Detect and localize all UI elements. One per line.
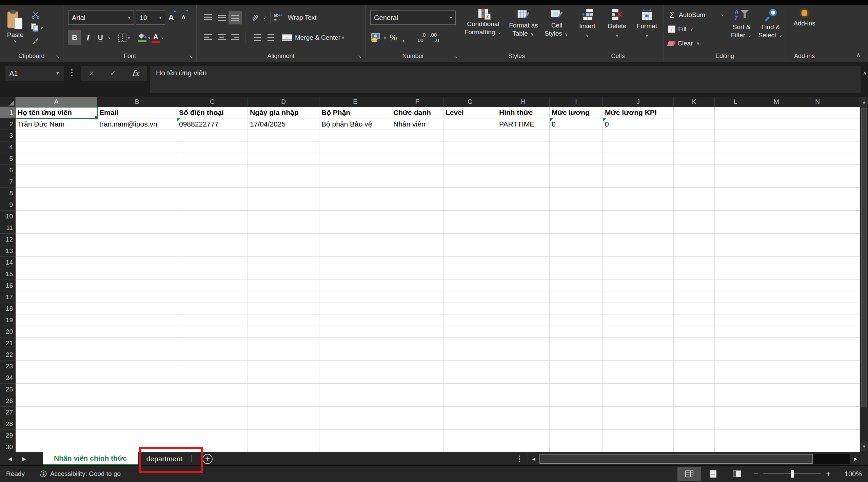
cell-H26[interactable]: [497, 395, 550, 407]
cell-M8[interactable]: [756, 188, 797, 199]
bottom-align-button[interactable]: [229, 11, 242, 24]
cell-E1[interactable]: Bộ Phận: [319, 107, 391, 118]
cell-B19[interactable]: [97, 314, 177, 326]
cell-G1[interactable]: Level: [443, 107, 497, 118]
increase-font-size-button[interactable]: A▲: [165, 10, 177, 25]
chevron-down-icon[interactable]: ∨: [161, 35, 164, 40]
cell-K13[interactable]: [674, 245, 715, 257]
cell-L5[interactable]: [715, 153, 756, 165]
row-header-12[interactable]: 12: [0, 234, 16, 245]
cell-A12[interactable]: [16, 234, 97, 245]
cell-K4[interactable]: [674, 141, 715, 153]
cell-D1[interactable]: Ngày gia nhập: [248, 107, 319, 118]
cell-O23[interactable]: [838, 361, 860, 372]
cell-C1[interactable]: Số điện thoại: [177, 107, 248, 118]
cell-I8[interactable]: [550, 188, 603, 199]
row-header-4[interactable]: 4: [0, 141, 16, 153]
cell-E13[interactable]: [319, 245, 391, 257]
formula-input[interactable]: Họ tên ứng viên: [150, 66, 861, 93]
cell-O15[interactable]: [838, 268, 860, 280]
decrease-indent-button[interactable]: ←: [249, 31, 262, 44]
cell-J15[interactable]: [603, 268, 674, 280]
row-header-24[interactable]: 24: [0, 372, 16, 384]
cell-D16[interactable]: [248, 280, 319, 291]
cell-F29[interactable]: [391, 430, 443, 441]
cell-H9[interactable]: [497, 199, 550, 211]
cell-J10[interactable]: [603, 211, 674, 222]
font-dialog-launcher[interactable]: ↘: [189, 54, 193, 59]
horizontal-scroll-track[interactable]: [813, 454, 850, 464]
column-header-partial[interactable]: [838, 97, 860, 107]
cell-O5[interactable]: [838, 153, 860, 165]
cell-N11[interactable]: [797, 222, 838, 234]
cell-N6[interactable]: [797, 165, 838, 176]
cell-N7[interactable]: [797, 176, 838, 188]
cell-L21[interactable]: [715, 338, 756, 349]
cell-K17[interactable]: [674, 291, 715, 303]
cell-H22[interactable]: [497, 349, 550, 361]
vertical-scrollbar[interactable]: ▲ ▼: [860, 97, 868, 452]
cell-I3[interactable]: [550, 130, 603, 141]
tab-options-dots-icon[interactable]: [519, 456, 520, 457]
column-header-A[interactable]: A: [16, 97, 97, 107]
cell-O22[interactable]: [838, 349, 860, 361]
cell-F1[interactable]: Chức danh: [391, 107, 443, 118]
cell-G9[interactable]: [443, 199, 497, 211]
cell-E22[interactable]: [319, 349, 391, 361]
cell-M26[interactable]: [756, 395, 797, 407]
cell-N30[interactable]: [797, 441, 838, 452]
cell-D30[interactable]: [248, 441, 319, 452]
cell-A15[interactable]: [16, 268, 97, 280]
cell-G10[interactable]: [443, 211, 497, 222]
cell-D3[interactable]: [248, 130, 319, 141]
cell-H24[interactable]: [497, 372, 550, 384]
cell-D17[interactable]: [248, 291, 319, 303]
cell-N23[interactable]: [797, 361, 838, 372]
cell-G7[interactable]: [443, 176, 497, 188]
cell-C16[interactable]: [177, 280, 248, 291]
cell-I4[interactable]: [550, 141, 603, 153]
cell-B2[interactable]: tran.nam@ipos.vn: [97, 118, 177, 130]
cell-H13[interactable]: [497, 245, 550, 257]
cell-F25[interactable]: [391, 384, 443, 395]
cell-E14[interactable]: [319, 257, 391, 268]
cell-G26[interactable]: [443, 395, 497, 407]
cell-H25[interactable]: [497, 384, 550, 395]
cell-C23[interactable]: [177, 361, 248, 372]
cell-A26[interactable]: [16, 395, 97, 407]
cell-G14[interactable]: [443, 257, 497, 268]
cell-G25[interactable]: [443, 384, 497, 395]
cell-C25[interactable]: [177, 384, 248, 395]
cell-O9[interactable]: [838, 199, 860, 211]
cell-K8[interactable]: [674, 188, 715, 199]
cell-B7[interactable]: [97, 176, 177, 188]
cell-C28[interactable]: [177, 418, 248, 430]
cell-A19[interactable]: [16, 314, 97, 326]
cell-D25[interactable]: [248, 384, 319, 395]
cell-L24[interactable]: [715, 372, 756, 384]
number-format-combobox[interactable]: General▾: [370, 11, 456, 25]
cell-H17[interactable]: [497, 291, 550, 303]
cell-G27[interactable]: [443, 407, 497, 418]
cell-M20[interactable]: [756, 326, 797, 338]
cell-N20[interactable]: [797, 326, 838, 338]
cell-I14[interactable]: [550, 257, 603, 268]
align-center-button[interactable]: [215, 31, 229, 44]
cell-I12[interactable]: [550, 234, 603, 245]
cell-I27[interactable]: [550, 407, 603, 418]
cell-K21[interactable]: [674, 338, 715, 349]
zoom-out-button[interactable]: −: [749, 469, 763, 479]
cell-C5[interactable]: [177, 153, 248, 165]
cell-M29[interactable]: [756, 430, 797, 441]
cell-H8[interactable]: [497, 188, 550, 199]
percent-style-button[interactable]: %: [388, 30, 399, 45]
cell-N5[interactable]: [797, 153, 838, 165]
cell-O10[interactable]: [838, 211, 860, 222]
cell-C12[interactable]: [177, 234, 248, 245]
cell-D4[interactable]: [248, 141, 319, 153]
row-header-23[interactable]: 23: [0, 361, 16, 372]
cell-C13[interactable]: [177, 245, 248, 257]
cell-M9[interactable]: [756, 199, 797, 211]
cell-E5[interactable]: [319, 153, 391, 165]
cell-N26[interactable]: [797, 395, 838, 407]
